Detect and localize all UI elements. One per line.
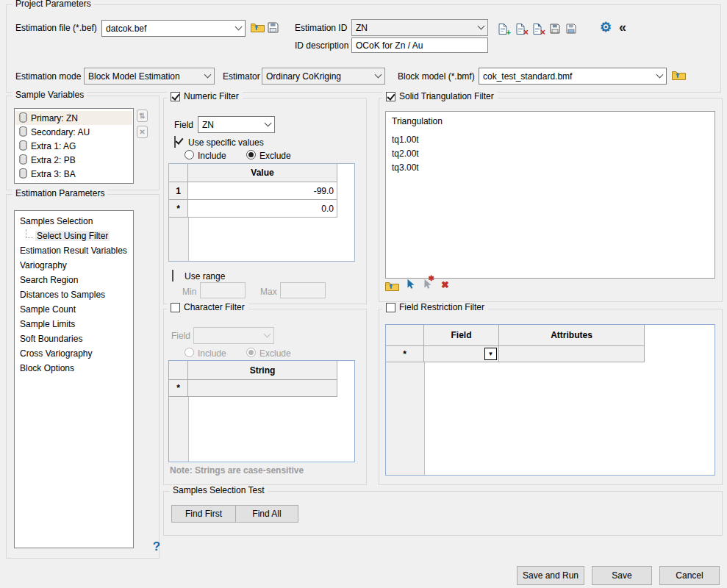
estimator-combo[interactable]: Ordinary CoKriging	[262, 68, 385, 85]
tree-item-sample-limits[interactable]: Sample Limits	[15, 317, 132, 331]
list-item[interactable]: Extra 1: AG	[15, 139, 132, 153]
max-input[interactable]	[280, 282, 326, 298]
chevron-down-icon[interactable]	[653, 68, 666, 84]
list-item[interactable]: tq2.00t	[392, 148, 419, 159]
chevron-down-icon[interactable]	[372, 68, 384, 84]
delete-all-estimations-doc-icon[interactable]: ×	[531, 22, 543, 35]
chevron-down-icon	[261, 328, 273, 343]
list-item[interactable]: tq3.00t	[392, 162, 419, 173]
tree-item-sample-count[interactable]: Sample Count	[15, 302, 132, 316]
estimation-file-value: datcok.bef	[106, 24, 232, 34]
tree-item-block-options[interactable]: Block Options	[15, 361, 132, 375]
min-input[interactable]	[200, 282, 246, 298]
character-filter-checkbox[interactable]	[171, 303, 180, 312]
id-description-value: OCoK for Zn / Au	[356, 40, 423, 51]
use-range-label[interactable]: Use range	[185, 271, 225, 282]
id-description-input[interactable]: OCoK for Zn / Au	[351, 37, 488, 53]
open-estimation-file-folder-icon[interactable]	[250, 21, 265, 34]
chevron-down-icon[interactable]	[232, 21, 245, 36]
row-header[interactable]: *	[386, 346, 424, 362]
field-restriction-filter-group: Field Restriction Filter Field Attribute…	[379, 309, 723, 485]
chevron-down-icon[interactable]	[201, 68, 214, 84]
delete-triangulation-icon[interactable]: ✖	[440, 279, 451, 290]
tree-item-select-using-filter[interactable]: Select Using Filter	[15, 229, 132, 243]
save-estimation-icon[interactable]	[549, 23, 561, 35]
numeric-filter-checkbox[interactable]	[171, 92, 180, 101]
block-model-combo[interactable]: cok_test_standard.bmf	[479, 68, 667, 85]
use-specific-values-checkbox[interactable]	[174, 136, 176, 148]
field-restriction-filter-checkbox[interactable]	[386, 303, 395, 312]
tree-item-samples-selection[interactable]: Samples Selection	[15, 214, 132, 228]
numeric-field-combo[interactable]: ZN	[198, 116, 275, 133]
chevron-down-icon[interactable]	[475, 20, 487, 35]
block-model-label: Block model (*.bmf)	[398, 71, 475, 82]
list-item[interactable]: Extra 2: PB	[15, 153, 132, 167]
row-header[interactable]: 1	[169, 182, 188, 200]
character-field-combo[interactable]	[193, 327, 274, 344]
row-header[interactable]: *	[169, 380, 188, 397]
list-item[interactable]: Primary: ZN	[15, 111, 132, 125]
save-estimation-file-icon[interactable]	[267, 21, 279, 34]
numeric-field-value: ZN	[202, 120, 262, 130]
open-block-model-folder-icon[interactable]	[671, 69, 686, 82]
pick-cursor-icon[interactable]	[405, 278, 415, 290]
list-item[interactable]: tq1.00t	[392, 135, 419, 145]
variable-label: Extra 3: BA	[31, 169, 76, 179]
chevron-down-icon[interactable]	[262, 117, 274, 132]
tree-item-search-region[interactable]: Search Region	[15, 273, 132, 287]
settings-gear-icon[interactable]: ⚙	[598, 20, 613, 35]
field-dropdown-button[interactable]: ▼	[484, 348, 497, 360]
attributes-cell[interactable]	[499, 346, 645, 362]
numeric-include-radio[interactable]	[185, 150, 194, 159]
save-button[interactable]: Save	[592, 566, 652, 585]
delete-estimation-doc-icon[interactable]: ×	[515, 22, 526, 35]
unpick-cursor-icon[interactable]: ✱	[420, 278, 433, 290]
estimation-file-combo[interactable]: datcok.bef	[101, 20, 246, 37]
field-column-header: Field	[424, 325, 499, 346]
tree-item-distances-to-samples[interactable]: Distances to Samples	[15, 287, 132, 301]
tree-item-soft-boundaries[interactable]: Soft Boundaries	[15, 331, 132, 345]
sample-variables-title: Sample Variables	[12, 90, 87, 100]
table-row: 1 -99.0	[169, 182, 354, 200]
field-cell[interactable]: ▼	[424, 346, 499, 362]
tree-item-variography[interactable]: Variography	[15, 258, 132, 272]
value-cell[interactable]: 0.0	[188, 200, 337, 218]
numeric-exclude-label[interactable]: Exclude	[259, 151, 291, 161]
solid-triangulation-filter-checkbox[interactable]	[386, 92, 395, 101]
solid-triangulation-filter-title[interactable]: Solid Triangulation Filter	[399, 91, 494, 101]
numeric-include-label[interactable]: Include	[198, 151, 226, 161]
table-row: * ▼	[386, 346, 715, 362]
tree-item-cross-variography[interactable]: Cross Variography	[15, 346, 132, 360]
load-triangulation-folder-icon[interactable]	[384, 280, 399, 293]
new-estimation-doc-icon[interactable]: +	[497, 22, 509, 35]
numeric-filter-title[interactable]: Numeric Filter	[184, 91, 239, 101]
cancel-button[interactable]: Cancel	[659, 566, 720, 585]
numeric-exclude-radio[interactable]	[246, 150, 256, 159]
estimation-id-combo[interactable]: ZN	[351, 19, 488, 36]
min-label: Min	[182, 287, 196, 297]
variable-label: Extra 2: PB	[31, 155, 76, 165]
triangulation-list: Triangulation tq1.00t tq2.00t tq3.00t	[385, 111, 715, 279]
field-restriction-filter-title[interactable]: Field Restriction Filter	[399, 302, 484, 312]
list-item[interactable]: Extra 3: BA	[15, 167, 132, 181]
field-restriction-table: Field Attributes * ▼	[385, 324, 715, 476]
list-item[interactable]: Secondary: AU	[15, 125, 132, 139]
estimation-mode-combo[interactable]: Block Model Estimation	[84, 68, 215, 85]
row-header[interactable]: *	[169, 200, 188, 218]
find-first-button[interactable]: Find First	[171, 505, 236, 523]
save-estimation-as-icon[interactable]	[565, 23, 577, 35]
database-icon	[19, 154, 27, 166]
collapse-icon[interactable]: «	[616, 20, 629, 35]
character-filter-title[interactable]: Character Filter	[184, 302, 245, 312]
value-cell[interactable]: -99.0	[188, 182, 337, 200]
find-all-button[interactable]: Find All	[235, 505, 298, 523]
help-icon[interactable]: ?	[151, 539, 162, 553]
string-cell[interactable]	[188, 380, 337, 397]
use-specific-values-label[interactable]: Use specific values	[188, 137, 264, 148]
tree-item-estimation-result-variables[interactable]: Estimation Result Variables	[15, 243, 132, 257]
remove-variable-button[interactable]: ✕	[137, 126, 148, 138]
triangulation-list-header: Triangulation	[392, 116, 443, 126]
swap-variables-button[interactable]: ⇅	[137, 110, 148, 122]
save-and-run-button[interactable]: Save and Run	[517, 566, 584, 585]
use-range-checkbox[interactable]	[172, 270, 173, 282]
